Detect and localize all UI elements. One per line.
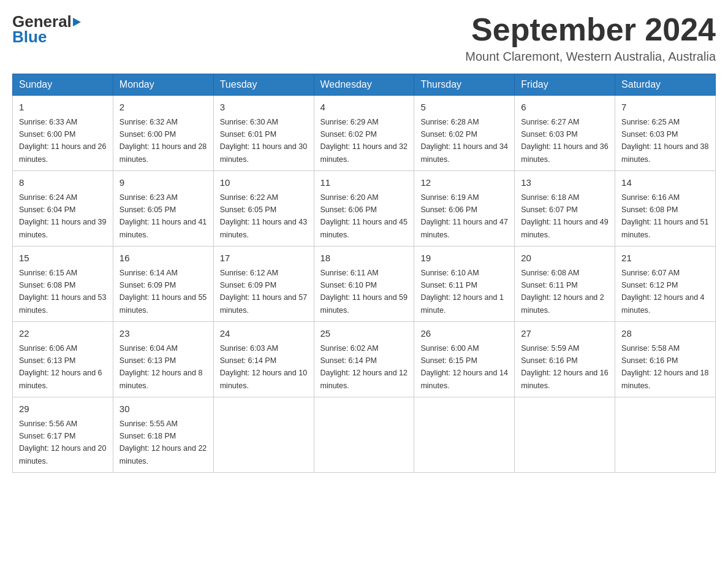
day-info: Sunrise: 6:16 AMSunset: 6:08 PMDaylight:… xyxy=(621,193,708,239)
col-tuesday: Tuesday xyxy=(213,74,314,96)
day-number: 22 xyxy=(19,327,107,341)
table-row: 4 Sunrise: 6:29 AMSunset: 6:02 PMDayligh… xyxy=(314,96,414,171)
table-row: 12 Sunrise: 6:19 AMSunset: 6:06 PMDaylig… xyxy=(414,171,515,247)
table-row: 23 Sunrise: 6:04 AMSunset: 6:13 PMDaylig… xyxy=(113,322,213,397)
day-info: Sunrise: 6:19 AMSunset: 6:06 PMDaylight:… xyxy=(420,193,507,239)
day-info: Sunrise: 6:15 AMSunset: 6:08 PMDaylight:… xyxy=(19,269,106,315)
table-row: 28 Sunrise: 5:58 AMSunset: 6:16 PMDaylig… xyxy=(615,322,716,397)
day-info: Sunrise: 6:14 AMSunset: 6:09 PMDaylight:… xyxy=(119,269,207,315)
title-area: September 2024 Mount Claremont, Western … xyxy=(465,12,716,64)
day-number: 18 xyxy=(320,251,408,266)
day-info: Sunrise: 6:20 AMSunset: 6:06 PMDaylight:… xyxy=(320,193,408,239)
day-info: Sunrise: 5:56 AMSunset: 6:17 PMDaylight:… xyxy=(19,419,106,465)
table-row: 1 Sunrise: 6:33 AMSunset: 6:00 PMDayligh… xyxy=(13,96,113,171)
day-number: 25 xyxy=(320,327,408,341)
day-number: 7 xyxy=(621,101,709,115)
table-row: 3 Sunrise: 6:30 AMSunset: 6:01 PMDayligh… xyxy=(213,96,314,171)
day-info: Sunrise: 6:24 AMSunset: 6:04 PMDaylight:… xyxy=(19,193,106,239)
col-saturday: Saturday xyxy=(615,74,716,96)
day-number: 12 xyxy=(420,176,508,190)
day-number: 10 xyxy=(220,176,308,190)
logo: General Blue xyxy=(12,12,82,47)
day-number: 3 xyxy=(220,101,308,115)
page-header: General Blue September 2024 Mount Clarem… xyxy=(12,12,716,64)
day-info: Sunrise: 6:25 AMSunset: 6:03 PMDaylight:… xyxy=(621,118,708,164)
day-info: Sunrise: 6:27 AMSunset: 6:03 PMDaylight:… xyxy=(521,118,608,164)
day-info: Sunrise: 6:07 AMSunset: 6:12 PMDaylight:… xyxy=(621,269,705,315)
day-number: 2 xyxy=(119,101,207,115)
day-number: 4 xyxy=(320,101,408,115)
table-row xyxy=(314,397,414,473)
day-info: Sunrise: 5:59 AMSunset: 6:16 PMDaylight:… xyxy=(521,344,608,390)
table-row: 15 Sunrise: 6:15 AMSunset: 6:08 PMDaylig… xyxy=(13,247,113,322)
table-row xyxy=(414,397,515,473)
col-monday: Monday xyxy=(113,74,213,96)
logo-blue-word: Blue xyxy=(12,28,47,47)
day-info: Sunrise: 5:58 AMSunset: 6:16 PMDaylight:… xyxy=(621,344,708,390)
day-number: 13 xyxy=(521,176,609,190)
day-info: Sunrise: 6:28 AMSunset: 6:02 PMDaylight:… xyxy=(420,118,507,164)
table-row: 24 Sunrise: 6:03 AMSunset: 6:14 PMDaylig… xyxy=(213,322,314,397)
day-number: 9 xyxy=(119,176,207,190)
table-row: 26 Sunrise: 6:00 AMSunset: 6:15 PMDaylig… xyxy=(414,322,515,397)
table-row: 11 Sunrise: 6:20 AMSunset: 6:06 PMDaylig… xyxy=(314,171,414,247)
table-row xyxy=(213,397,314,473)
day-number: 30 xyxy=(119,402,207,416)
day-info: Sunrise: 6:22 AMSunset: 6:05 PMDaylight:… xyxy=(220,193,307,239)
day-info: Sunrise: 5:55 AMSunset: 6:18 PMDaylight:… xyxy=(119,419,207,465)
day-number: 23 xyxy=(119,327,207,341)
day-info: Sunrise: 6:11 AMSunset: 6:10 PMDaylight:… xyxy=(320,269,408,315)
day-info: Sunrise: 6:08 AMSunset: 6:11 PMDaylight:… xyxy=(521,269,604,315)
calendar-week-row: 1 Sunrise: 6:33 AMSunset: 6:00 PMDayligh… xyxy=(13,96,716,171)
day-number: 15 xyxy=(19,251,107,266)
calendar-week-row: 15 Sunrise: 6:15 AMSunset: 6:08 PMDaylig… xyxy=(13,247,716,322)
day-number: 26 xyxy=(420,327,508,341)
day-info: Sunrise: 6:06 AMSunset: 6:13 PMDaylight:… xyxy=(19,344,102,390)
day-number: 17 xyxy=(220,251,308,266)
table-row: 14 Sunrise: 6:16 AMSunset: 6:08 PMDaylig… xyxy=(615,171,716,247)
day-number: 29 xyxy=(19,402,107,416)
day-number: 21 xyxy=(621,251,709,266)
table-row: 2 Sunrise: 6:32 AMSunset: 6:00 PMDayligh… xyxy=(113,96,213,171)
table-row: 29 Sunrise: 5:56 AMSunset: 6:17 PMDaylig… xyxy=(13,397,113,473)
day-number: 16 xyxy=(119,251,207,266)
table-row: 25 Sunrise: 6:02 AMSunset: 6:14 PMDaylig… xyxy=(314,322,414,397)
table-row: 21 Sunrise: 6:07 AMSunset: 6:12 PMDaylig… xyxy=(615,247,716,322)
table-row: 18 Sunrise: 6:11 AMSunset: 6:10 PMDaylig… xyxy=(314,247,414,322)
day-info: Sunrise: 6:23 AMSunset: 6:05 PMDaylight:… xyxy=(119,193,207,239)
day-info: Sunrise: 6:04 AMSunset: 6:13 PMDaylight:… xyxy=(119,344,203,390)
table-row: 6 Sunrise: 6:27 AMSunset: 6:03 PMDayligh… xyxy=(515,96,615,171)
col-wednesday: Wednesday xyxy=(314,74,414,96)
table-row: 9 Sunrise: 6:23 AMSunset: 6:05 PMDayligh… xyxy=(113,171,213,247)
day-info: Sunrise: 6:33 AMSunset: 6:00 PMDaylight:… xyxy=(19,118,106,164)
calendar-subtitle: Mount Claremont, Western Australia, Aust… xyxy=(465,50,716,64)
table-row: 5 Sunrise: 6:28 AMSunset: 6:02 PMDayligh… xyxy=(414,96,515,171)
day-number: 5 xyxy=(420,101,508,115)
day-number: 24 xyxy=(220,327,308,341)
day-number: 28 xyxy=(621,327,709,341)
day-number: 20 xyxy=(521,251,609,266)
calendar-week-row: 22 Sunrise: 6:06 AMSunset: 6:13 PMDaylig… xyxy=(13,322,716,397)
day-info: Sunrise: 6:10 AMSunset: 6:11 PMDaylight:… xyxy=(420,269,504,315)
calendar-week-row: 29 Sunrise: 5:56 AMSunset: 6:17 PMDaylig… xyxy=(13,397,716,473)
table-row: 8 Sunrise: 6:24 AMSunset: 6:04 PMDayligh… xyxy=(13,171,113,247)
day-number: 8 xyxy=(19,176,107,190)
day-info: Sunrise: 6:30 AMSunset: 6:01 PMDaylight:… xyxy=(220,118,307,164)
day-number: 6 xyxy=(521,101,609,115)
calendar-table: Sunday Monday Tuesday Wednesday Thursday… xyxy=(12,74,716,473)
day-info: Sunrise: 6:18 AMSunset: 6:07 PMDaylight:… xyxy=(521,193,608,239)
day-info: Sunrise: 6:12 AMSunset: 6:09 PMDaylight:… xyxy=(220,269,307,315)
col-sunday: Sunday xyxy=(13,74,113,96)
day-info: Sunrise: 6:02 AMSunset: 6:14 PMDaylight:… xyxy=(320,344,408,390)
table-row xyxy=(615,397,716,473)
col-friday: Friday xyxy=(515,74,615,96)
day-info: Sunrise: 6:29 AMSunset: 6:02 PMDaylight:… xyxy=(320,118,408,164)
table-row xyxy=(515,397,615,473)
day-number: 14 xyxy=(621,176,709,190)
day-number: 19 xyxy=(420,251,508,266)
table-row: 20 Sunrise: 6:08 AMSunset: 6:11 PMDaylig… xyxy=(515,247,615,322)
table-row: 16 Sunrise: 6:14 AMSunset: 6:09 PMDaylig… xyxy=(113,247,213,322)
table-row: 27 Sunrise: 5:59 AMSunset: 6:16 PMDaylig… xyxy=(515,322,615,397)
day-number: 1 xyxy=(19,101,107,115)
col-thursday: Thursday xyxy=(414,74,515,96)
